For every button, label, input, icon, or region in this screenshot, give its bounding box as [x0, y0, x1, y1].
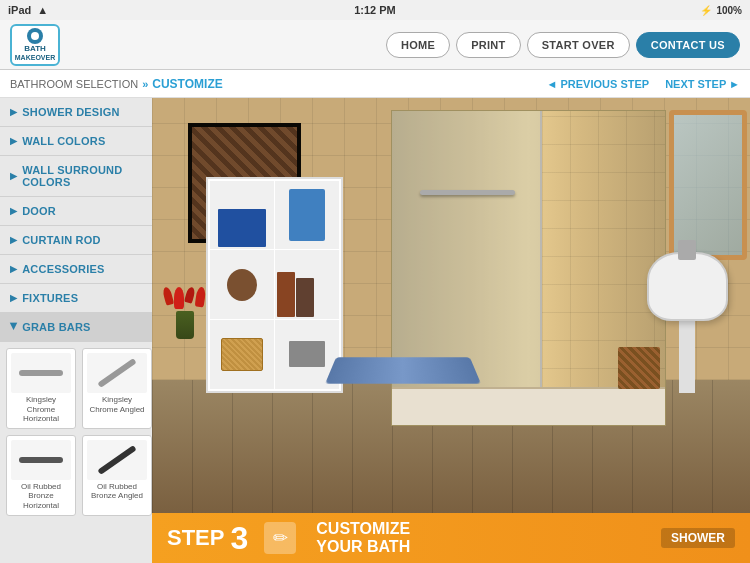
print-button[interactable]: PRINT [456, 32, 521, 58]
logo-line1: BATH [24, 45, 46, 54]
arrow-icon: ▶ [10, 264, 17, 274]
step-desc-line1: CUSTOMIZE [316, 520, 410, 538]
arrow-icon-expanded: ▶ [9, 323, 19, 330]
contact-button[interactable]: CONTACT US [636, 32, 740, 58]
logo-icon [27, 28, 43, 44]
grab-bar-label-ora: Oil Rubbed Bronze Angled [87, 482, 147, 501]
breadcrumb-current: CUSTOMIZE [152, 77, 222, 91]
bath-mat [325, 358, 480, 384]
logo-line2: MAKEOVER [15, 54, 55, 62]
bathroom-visualization [152, 98, 750, 513]
grab-bars-panel: Kingsley Chrome Horizontal Kingsley Chro… [0, 342, 152, 563]
grab-bar-img-ora [87, 440, 147, 480]
grab-bar-label-orh: Oil Rubbed Bronze Horizontal [11, 482, 71, 511]
step-word: STEP [167, 525, 224, 551]
sidebar-item-wall-surround-colors[interactable]: ▶ WALL SURROUND COLORS [0, 156, 152, 197]
step-description: CUSTOMIZE YOUR BATH [316, 520, 410, 555]
sidebar-item-fixtures[interactable]: ▶ FIXTURES [0, 284, 152, 313]
sidebar-label-accessories: ACCESSORIES [22, 263, 104, 275]
battery-label: 100% [716, 5, 742, 16]
breadcrumb-separator: » [142, 78, 148, 90]
content-area: STEP 3 ✏ CUSTOMIZE YOUR BATH SHOWER [152, 98, 750, 563]
sidebar-label-wall-surround-colors: WALL SURROUND COLORS [22, 164, 142, 188]
sidebar-item-wall-colors[interactable]: ▶ WALL COLORS [0, 127, 152, 156]
grab-bar-grid: Kingsley Chrome Horizontal Kingsley Chro… [6, 348, 146, 516]
step-bar: STEP 3 ✏ CUSTOMIZE YOUR BATH SHOWER [152, 513, 750, 563]
breadcrumb-section: BATHROOM SELECTION [10, 78, 138, 90]
arrow-icon: ▶ [10, 235, 17, 245]
breadcrumb: BATHROOM SELECTION » CUSTOMIZE ◄ PREVIOU… [0, 70, 750, 98]
grab-bar-oil-rubbed-a[interactable]: Oil Rubbed Bronze Angled [82, 435, 152, 516]
sidebar-label-wall-colors: WALL COLORS [22, 135, 105, 147]
grab-bar-img-kca [87, 353, 147, 393]
sidebar-label-door: DOOR [22, 205, 56, 217]
step-desc-line2: YOUR BATH [316, 538, 410, 556]
header: BATH MAKEOVER HOME PRINT START OVER CONT… [0, 20, 750, 70]
arrow-icon: ▶ [10, 293, 17, 303]
step-number: 3 [230, 520, 248, 557]
step-pencil-icon: ✏ [264, 522, 296, 554]
arrow-icon: ▶ [10, 136, 17, 146]
wifi-icon: ▲ [37, 4, 48, 16]
sidebar-label-shower-design: SHOWER DESIGN [22, 106, 119, 118]
sidebar-label-curtain-rod: CURTAIN ROD [22, 234, 100, 246]
grab-bar-kingsley-chrome-h[interactable]: Kingsley Chrome Horizontal [6, 348, 76, 429]
sidebar-item-curtain-rod[interactable]: ▶ CURTAIN ROD [0, 226, 152, 255]
grab-bar-label-kch: Kingsley Chrome Horizontal [11, 395, 71, 424]
arrow-icon: ▶ [10, 171, 17, 181]
previous-step-button[interactable]: ◄ PREVIOUS STEP [547, 78, 650, 90]
grab-bar-img-orh [11, 440, 71, 480]
shower-label: SHOWER [661, 528, 735, 548]
time-display: 1:12 PM [354, 4, 396, 16]
carrier-label: iPad [8, 4, 31, 16]
logo[interactable]: BATH MAKEOVER [10, 24, 60, 66]
flower-vase [164, 287, 206, 339]
sidebar-item-door[interactable]: ▶ DOOR [0, 197, 152, 226]
start-over-button[interactable]: START OVER [527, 32, 630, 58]
grab-bar-img-kch [11, 353, 71, 393]
sidebar-item-accessories[interactable]: ▶ ACCESSORIES [0, 255, 152, 284]
sidebar-item-shower-design[interactable]: ▶ SHOWER DESIGN [0, 98, 152, 127]
next-step-button[interactable]: NEXT STEP ► [665, 78, 740, 90]
sink-area [642, 227, 732, 393]
sidebar: ▶ SHOWER DESIGN ▶ WALL COLORS ▶ WALL SUR… [0, 98, 152, 563]
grab-bar-label-kca: Kingsley Chrome Angled [87, 395, 147, 414]
grab-bar-oil-rubbed-h[interactable]: Oil Rubbed Bronze Horizontal [6, 435, 76, 516]
bluetooth-icon: ⚡ [700, 5, 712, 16]
status-bar: iPad ▲ 1:12 PM ⚡ 100% [0, 0, 750, 20]
breadcrumb-nav: ◄ PREVIOUS STEP NEXT STEP ► [547, 78, 740, 90]
main-area: ▶ SHOWER DESIGN ▶ WALL COLORS ▶ WALL SUR… [0, 98, 750, 563]
home-button[interactable]: HOME [386, 32, 450, 58]
arrow-icon: ▶ [10, 107, 17, 117]
sidebar-label-fixtures: FIXTURES [22, 292, 78, 304]
sidebar-label-grab-bars: GRAB BARS [22, 321, 90, 333]
svg-point-0 [31, 32, 39, 40]
arrow-icon: ▶ [10, 206, 17, 216]
grab-bar-kingsley-chrome-a[interactable]: Kingsley Chrome Angled [82, 348, 152, 429]
bookshelf [206, 177, 344, 393]
nav-buttons: HOME PRINT START OVER CONTACT US [386, 32, 740, 58]
sidebar-item-grab-bars[interactable]: ▶ GRAB BARS [0, 313, 152, 342]
